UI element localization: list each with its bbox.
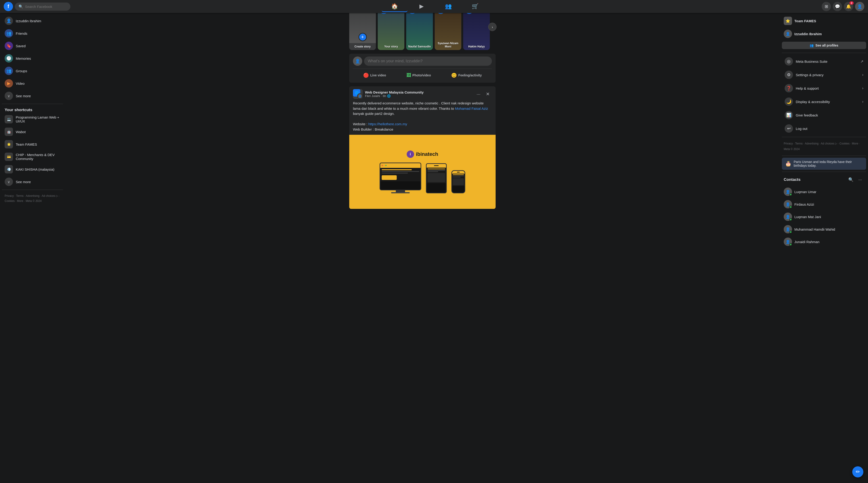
help-label: Help & support [796, 86, 860, 90]
right-profile-team-fames[interactable]: ⭐ Team FAMES [782, 15, 866, 27]
laptop-stand [391, 192, 410, 193]
tablet-line [428, 171, 438, 172]
post-more-button[interactable]: ··· [474, 90, 483, 98]
topbar-right: ⊞ 💬 🔔 2 👤 [800, 2, 864, 11]
search-input[interactable] [25, 5, 67, 8]
nav-video[interactable]: ▶ [408, 1, 434, 12]
online-indicator [789, 218, 792, 221]
sidebar-shortcut-kaki-shisha[interactable]: 💨 KAKI SHISHA (malaysia) [2, 163, 63, 175]
topbar-nav: 🏠 ▶ 👥 🛒 [70, 1, 800, 12]
sidebar-shortcut-wabot[interactable]: 🤖 Wabot [2, 126, 63, 138]
help-icon: ❓ [785, 84, 793, 92]
sidebar-see-more-btn[interactable]: ∨ See more [2, 90, 63, 102]
post-author: Fikri Julaihi [365, 94, 380, 98]
programming-shortcut-icon: 💻 [5, 115, 13, 123]
right-menu-display[interactable]: 🌙 Display & accessibility › [782, 95, 866, 108]
post-content: Recently delivered ecommerce website, ni… [349, 101, 496, 135]
right-profile-avatar-3: 👤 [784, 30, 792, 38]
dot-green [385, 165, 386, 166]
logout-icon: ↩ [785, 124, 793, 133]
right-menu-logout[interactable]: ↩ Log out [782, 122, 866, 135]
birthday-banner[interactable]: 🎂 Paris Usman and Ieda Rieyda have their… [782, 158, 866, 170]
tablet-header [427, 164, 446, 168]
phone-mockup [452, 170, 465, 193]
chevron-down-icon: ∨ [5, 92, 13, 100]
dot-yellow [383, 165, 385, 166]
sidebar-saved-label: Saved [16, 44, 26, 48]
birthday-icon: 🎂 [785, 161, 792, 167]
sidebar-shortcut-chip[interactable]: 💳 CHIP - Merchants & DEV Community [2, 151, 63, 163]
contact-luqman[interactable]: 👤 Luqman Umar [782, 186, 866, 198]
see-all-profiles-icon: 👥 [810, 43, 813, 47]
online-indicator [789, 243, 792, 246]
post-input[interactable] [364, 57, 492, 66]
friends-icon: 👥 [5, 29, 13, 37]
post-box-divider [353, 68, 492, 69]
contact-junaidi[interactable]: 👤 Junaidi Rahman [782, 236, 866, 248]
post-separator: · [381, 94, 382, 98]
feedback-label: Give feedback [796, 113, 863, 117]
sidebar-shortcuts-see-more-btn[interactable]: ∨ See more [2, 176, 63, 188]
nav-home[interactable]: 🏠 [382, 1, 408, 12]
center-feed: + Create story 👤 Your story 👤 Naufal Sam… [344, 0, 501, 470]
see-all-profiles-button[interactable]: 👥 See all profiles [782, 42, 866, 49]
messenger-button[interactable]: 💬 [833, 2, 842, 11]
contacts-more-button[interactable]: ··· [856, 175, 864, 184]
post-website-line: Website : https://hellothere.com.my [353, 122, 492, 127]
facebook-logo[interactable]: f [4, 2, 13, 11]
sidebar-item-saved[interactable]: 🔖 Saved [2, 40, 63, 52]
contacts-search-button[interactable]: 🔍 [847, 175, 855, 184]
post-box: 👤 🔴 Live video 🖼 Photo/video 😊 Feeling/a… [349, 54, 496, 83]
naufal-story-name: Naufal Samsudin [406, 45, 433, 48]
right-profile-izzuddin2[interactable]: 👤 Izzuddin Ibrahim [782, 28, 866, 40]
birthday-text: Paris Usman and Ieda Rieyda have their b… [794, 160, 863, 167]
contact-avatar-junaidi: 👤 [784, 237, 792, 246]
nav-friends[interactable]: 👥 [435, 1, 461, 12]
sidebar-shortcut-programming[interactable]: 💻 Programming Laman Web + UI/UX [2, 113, 63, 125]
sidebar-memories-label: Memories [16, 57, 31, 60]
nav-marketplace[interactable]: 🛒 [462, 1, 488, 12]
right-menu-meta-business[interactable]: ◎ Meta Business Suite ↗ [782, 55, 866, 68]
feed-post-1: 🌐 👤 Web Designer Malaysia Community Fikr… [349, 86, 496, 209]
notifications-button[interactable]: 🔔 2 [844, 2, 853, 11]
phone-content [452, 174, 465, 186]
syazwan-story-name: Syazwan Nizam Moni [435, 42, 461, 48]
sidebar-item-friends[interactable]: 👥 Friends [2, 27, 63, 39]
stories-next-button[interactable]: › [488, 23, 497, 31]
contact-name-junaidi: Junaidi Rahman [794, 240, 819, 244]
post-website-link[interactable]: https://hellothere.com.my [368, 122, 407, 126]
post-close-button[interactable]: ✕ [484, 90, 492, 98]
left-sidebar: 👤 Izzuddin Ibrahim 👥 Friends 🔖 Saved 🕐 M… [0, 0, 65, 470]
tablet-notch [434, 165, 439, 166]
right-menu-help[interactable]: ❓ Help & support › [782, 82, 866, 95]
sidebar-item-memories[interactable]: 🕐 Memories [2, 52, 63, 64]
sidebar-item-groups[interactable]: 👥 Groups [2, 65, 63, 77]
right-profile-name-2: Team FAMES [794, 19, 816, 23]
post-privacy-icon: 🌐 [387, 94, 391, 98]
post-image-ibinatech[interactable]: i ibinatech [349, 135, 496, 209]
live-video-button[interactable]: 🔴 Live video [360, 71, 389, 80]
user-avatar-button[interactable]: 👤 [855, 2, 864, 11]
right-menu-feedback[interactable]: 📊 Give feedback [782, 108, 866, 122]
compose-button[interactable]: ✏ [852, 466, 863, 478]
post-actions: 🔴 Live video 🖼 Photo/video 😊 Feeling/act… [353, 71, 492, 80]
contact-avatar-luqman-mat: 👤 [784, 213, 792, 221]
phone-notch [457, 172, 460, 172]
contact-luqman-mat[interactable]: 👤 Luqman Mat Jani [782, 211, 866, 223]
live-video-icon: 🔴 [363, 72, 369, 78]
sidebar-item-user[interactable]: 👤 Izzuddin Ibrahim [2, 15, 63, 27]
notification-badge: 2 [849, 1, 854, 5]
contact-firdaus[interactable]: 👤 Firdaus Azizi [782, 198, 866, 210]
feeling-activity-button[interactable]: 😊 Feeling/activity [448, 71, 485, 80]
search-bar[interactable]: 🔍 [15, 3, 70, 11]
sidebar-shortcut-team-fames[interactable]: ⭐ Team FAMES [2, 138, 63, 150]
team-fames-icon: ⭐ [5, 140, 13, 149]
live-video-label: Live video [370, 73, 386, 77]
contact-muhammad[interactable]: 👤 Muhammad Hamdii Wahid [782, 223, 866, 235]
right-menu-settings[interactable]: ⚙ Settings & privacy › [782, 68, 866, 81]
post-mention-link[interactable]: Mohamad Faisal Aziz [455, 106, 488, 110]
photo-video-button[interactable]: 🖼 Photo/video [404, 71, 434, 80]
sidebar-item-video[interactable]: ▶ Video [2, 77, 63, 89]
apps-button[interactable]: ⊞ [822, 2, 831, 11]
ibinatech-brand-name: ibinatech [416, 151, 438, 157]
